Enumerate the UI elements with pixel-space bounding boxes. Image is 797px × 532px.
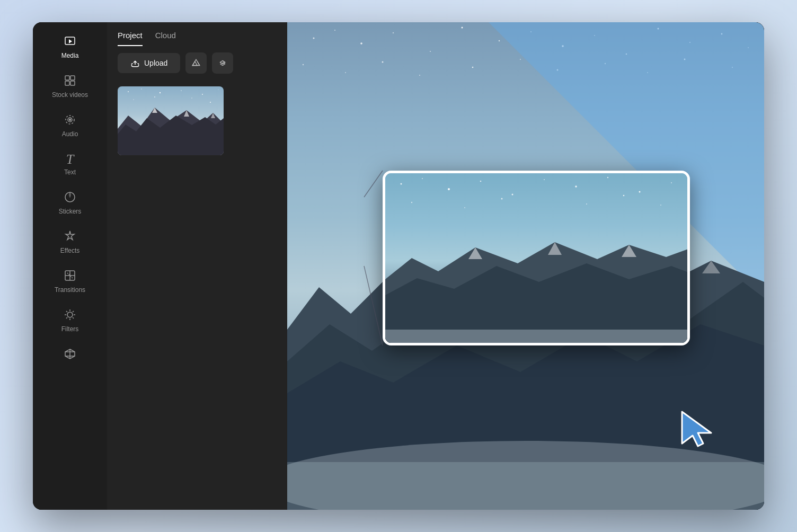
video-preview-frame[interactable] [383,171,690,345]
upload-icon [130,58,140,68]
sidebar-item-effects[interactable]: Effects [33,224,107,261]
svg-point-33 [393,32,394,33]
svg-point-36 [499,40,500,41]
svg-rect-5 [70,81,75,85]
stock-videos-icon [64,74,76,89]
sidebar-item-transitions-label: Transitions [55,286,85,294]
svg-point-68 [422,178,423,179]
svg-point-73 [575,185,577,188]
sidebar-item-text-label: Text [64,169,76,176]
svg-rect-3 [70,76,75,80]
sidebar-item-effects-label: Effects [60,247,79,254]
svg-point-80 [586,203,587,205]
svg-point-32 [360,42,362,45]
sidebar-item-stock-videos[interactable]: Stock videos [33,68,107,105]
svg-point-20 [154,96,155,97]
svg-point-22 [210,102,211,103]
svg-point-13 [128,91,129,92]
svg-point-72 [544,179,545,180]
svg-point-67 [401,183,402,185]
svg-point-46 [345,72,346,73]
3d-icon [64,348,76,362]
svg-point-30 [313,38,315,39]
sidebar-item-media[interactable]: Media [33,29,107,66]
svg-point-18 [218,89,218,90]
svg-point-78 [464,207,465,208]
upload-button[interactable]: Upload [118,53,180,73]
dropbox-icon [218,58,227,68]
sidebar-item-audio-label: Audio [62,130,78,138]
svg-point-34 [430,51,431,52]
svg-point-69 [448,188,450,190]
tab-cloud[interactable]: Cloud [155,31,176,46]
dropbox-button[interactable] [212,52,233,74]
svg-point-82 [660,205,661,206]
svg-point-74 [607,177,608,178]
svg-point-31 [334,30,335,31]
svg-rect-2 [65,76,69,80]
effects-icon [64,230,76,245]
svg-point-14 [141,88,142,90]
sidebar-item-transitions[interactable]: Transitions [33,263,107,300]
text-icon: T [66,153,74,166]
sidebar-item-text[interactable]: T Text [33,146,107,182]
upload-label: Upload [144,59,167,67]
svg-point-81 [623,195,625,197]
svg-marker-1 [69,39,72,43]
audio-icon [64,113,76,128]
svg-rect-4 [65,81,69,85]
svg-rect-65 [287,462,764,510]
svg-point-8 [69,119,71,121]
sidebar-item-filters-label: Filters [61,325,79,333]
sidebar-item-media-label: Media [61,52,79,59]
stickers-icon [64,191,76,206]
svg-point-35 [462,27,463,29]
player-area [287,22,764,510]
svg-point-50 [520,59,521,60]
media-icon [64,35,76,50]
app-window: Media Stock videos [33,22,764,510]
svg-point-79 [501,198,503,200]
cursor-arrow [679,409,722,451]
sidebar-item-filters[interactable]: Filters [33,302,107,339]
svg-point-76 [671,182,672,183]
filters-icon [64,308,76,323]
svg-point-48 [419,75,420,76]
svg-point-49 [472,67,474,68]
sidebar: Media Stock videos [33,22,107,510]
google-drive-button[interactable] [185,52,207,74]
svg-point-21 [191,97,192,99]
sidebar-item-stickers[interactable]: Stickers [33,184,107,221]
sidebar-item-audio[interactable]: Audio [33,107,107,144]
svg-rect-88 [385,330,690,345]
main-content: Project Cloud Upload [107,22,764,510]
thumbnail-1-image [118,86,224,155]
svg-point-75 [639,191,641,193]
svg-point-47 [382,61,384,63]
svg-point-17 [202,94,203,95]
media-thumbnail-1[interactable] [118,86,224,155]
svg-point-19 [133,99,134,100]
svg-point-15 [160,92,161,93]
transitions-icon [64,269,76,284]
svg-point-16 [181,90,182,91]
sidebar-item-3d[interactable] [33,341,107,369]
google-drive-icon [191,58,201,68]
svg-point-77 [411,202,412,203]
tab-project[interactable]: Project [118,31,143,46]
svg-point-71 [512,194,513,196]
sidebar-item-stock-videos-label: Stock videos [52,91,88,99]
svg-point-70 [480,181,482,182]
svg-marker-91 [682,412,711,446]
svg-point-45 [303,64,304,65]
svg-point-11 [67,312,73,317]
sidebar-item-stickers-label: Stickers [59,208,82,215]
video-preview-image [385,173,690,345]
